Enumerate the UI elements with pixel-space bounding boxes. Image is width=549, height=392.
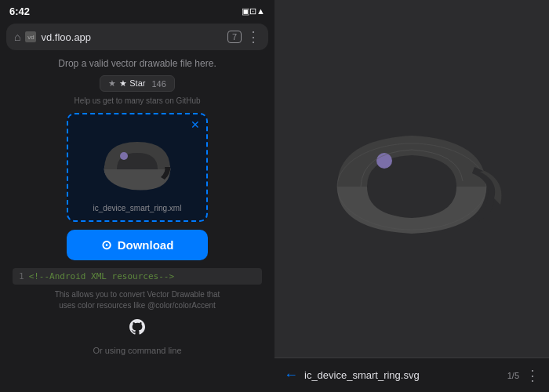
browser-menu-icon[interactable]: ⋮ xyxy=(246,28,260,45)
or-text: Or using command line xyxy=(93,346,181,355)
bottom-file-name: ic_device_smart_ring.svg xyxy=(304,369,501,381)
status-bar: 6:42 ▣⊡▲ xyxy=(0,0,274,22)
favicon: vd xyxy=(25,31,36,42)
code-line: 1 <!--Android XML resources--> xyxy=(13,268,262,285)
star-label: ★ Star xyxy=(119,78,145,89)
phone-panel: 6:42 ▣⊡▲ ⌂ vd vd.floo.app 7 ⋮ Drop a val… xyxy=(0,0,274,392)
tab-count[interactable]: 7 xyxy=(227,31,242,43)
star-icon: ★ xyxy=(108,78,116,89)
url-input[interactable]: vd.floo.app xyxy=(41,31,222,43)
star-count: 146 xyxy=(151,79,165,89)
ring-svg-large xyxy=(322,96,502,261)
line-number: 1 xyxy=(19,271,24,281)
browser-bar[interactable]: ⌂ vd vd.floo.app 7 ⋮ xyxy=(6,24,268,50)
download-icon: ⊙ xyxy=(101,238,111,252)
bottom-menu-icon[interactable]: ⋮ xyxy=(525,367,540,384)
upload-box: ✕ xyxy=(67,113,208,222)
code-comment: <!--Android XML resources--> xyxy=(29,271,174,281)
svg-point-3 xyxy=(120,152,128,160)
ring-preview-small xyxy=(90,122,184,201)
ring-large-container xyxy=(274,0,549,358)
github-icon[interactable] xyxy=(128,318,147,341)
status-time: 6:42 xyxy=(9,5,30,17)
home-icon[interactable]: ⌂ xyxy=(14,31,20,43)
download-button[interactable]: ⊙ Download xyxy=(67,230,208,260)
close-button[interactable]: ✕ xyxy=(191,119,200,130)
star-button[interactable]: ★ ★ Star 146 xyxy=(100,75,175,92)
page-content: Drop a valid vector drawable file here. … xyxy=(0,52,274,392)
download-label: Download xyxy=(118,238,174,252)
file-name: ic_device_smart_ring.xml xyxy=(93,204,182,212)
back-button[interactable]: ← xyxy=(284,367,298,383)
page-count: 1/5 xyxy=(507,371,519,380)
status-icons: ▣⊡▲ xyxy=(242,6,265,16)
file-bottom-bar: ← ic_device_smart_ring.svg 1/5 ⋮ xyxy=(274,358,549,392)
help-text: Help us get to many stars on GitHub xyxy=(74,96,200,105)
signal-icon: ▣⊡▲ xyxy=(242,6,265,16)
drop-text: Drop a valid vector drawable file here. xyxy=(58,58,216,69)
preview-panel: ← ic_device_smart_ring.svg 1/5 ⋮ xyxy=(274,0,549,392)
description-text: This allows you to convert Vector Drawab… xyxy=(51,289,224,311)
